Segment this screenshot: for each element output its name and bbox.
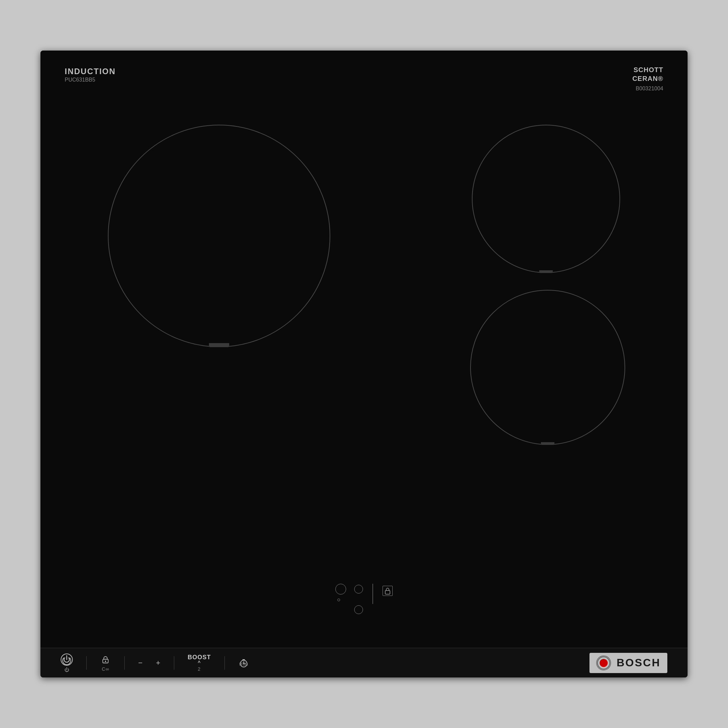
control-area [40, 584, 688, 614]
touch-controls: ⏻ C∞ − + [61, 653, 249, 672]
power-icon[interactable] [61, 653, 73, 666]
boost-label: BOOST ^ [188, 654, 211, 665]
burner-bottom-right[interactable] [470, 290, 625, 445]
timer-control[interactable]: min [238, 658, 249, 668]
zone-icon-2 [354, 585, 363, 593]
svg-point-10 [600, 659, 608, 667]
burner-left-large[interactable] [108, 125, 330, 347]
childlock-label: C∞ [102, 666, 109, 672]
boost-number: 2 [198, 666, 201, 672]
power-label: ⏻ [64, 667, 69, 672]
burner-left-indicator [209, 343, 229, 347]
zone-icon-3 [354, 605, 363, 614]
burner-top-right[interactable] [472, 125, 620, 273]
zone-icon-1 [335, 584, 346, 595]
min-label: min [239, 661, 248, 667]
sep-4 [225, 656, 225, 670]
cooktop-surface: INDUCTION PUC631BB5 SCHOTT CERAN® B00321… [40, 50, 688, 648]
model-label: PUC631BB5 [65, 77, 95, 83]
cooktop: INDUCTION PUC631BB5 SCHOTT CERAN® B00321… [40, 50, 688, 678]
induction-label: INDUCTION [65, 67, 116, 76]
bosch-logo: BOSCH [589, 653, 667, 673]
plus-control[interactable]: + [156, 659, 161, 667]
knob-row-bottom [335, 605, 363, 614]
control-divider-1 [372, 584, 373, 604]
childlock-icon [100, 654, 111, 665]
plus-icon[interactable]: + [156, 659, 161, 667]
zone-selector-icons [335, 584, 363, 614]
power-control[interactable]: ⏻ [61, 653, 73, 672]
lock-icon [382, 586, 393, 596]
knob-row-top [335, 584, 363, 595]
minus-control[interactable]: − [138, 659, 142, 667]
bosch-emblem [596, 656, 611, 670]
bottom-strip: ⏻ C∞ − + [40, 648, 688, 678]
burner-top-right-indicator [539, 270, 553, 273]
zone-icon-center [337, 599, 340, 601]
schott-label: SCHOTT CERAN® [632, 66, 663, 83]
svg-point-3 [105, 661, 106, 662]
childlock-control[interactable]: C∞ [100, 654, 111, 672]
sep-1 [86, 656, 87, 670]
sep-2 [124, 656, 125, 670]
minus-icon[interactable]: − [138, 659, 142, 667]
boost-control[interactable]: BOOST ^ 2 [188, 654, 211, 671]
burner-bottom-right-indicator [541, 442, 554, 445]
svg-rect-0 [385, 590, 390, 594]
bosch-number-label: B00321004 [636, 86, 663, 92]
bosch-text: BOSCH [616, 656, 661, 669]
